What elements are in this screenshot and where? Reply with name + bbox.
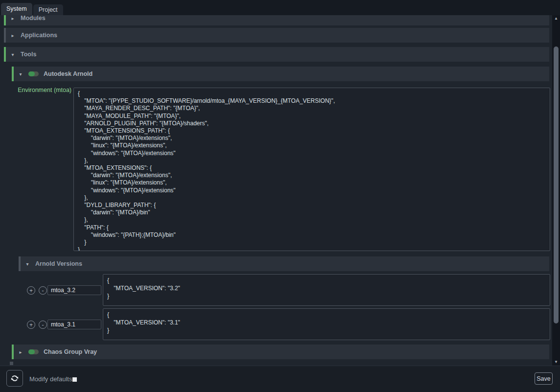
chevron-right-icon: ▸	[10, 16, 16, 21]
version-key-input[interactable]	[47, 320, 101, 329]
tab-system[interactable]: System	[1, 3, 32, 15]
section-title: Chaos Group Vray	[44, 348, 97, 355]
refresh-icon	[10, 374, 19, 383]
chevron-right-icon: ▸	[18, 349, 23, 355]
save-button[interactable]: Save	[535, 372, 553, 385]
version-key-input[interactable]	[47, 285, 101, 295]
environment-label: Environment (mtoa)	[0, 87, 71, 93]
arnold-enabled-toggle[interactable]	[28, 71, 39, 76]
settings-scroll-area: ▸ Modules ▸ Applications ▾ Tools ▾ Autod…	[0, 15, 552, 366]
tab-bar: System Project	[0, 0, 560, 15]
add-version-button[interactable]: +	[27, 286, 35, 295]
section-header-tools[interactable]: ▾ Tools	[4, 47, 549, 62]
section-title: Applications	[21, 32, 57, 39]
remove-version-button[interactable]: -	[39, 321, 47, 329]
chevron-down-icon: ▾	[10, 52, 16, 57]
vertical-scrollbar[interactable]: ▲ ▼	[552, 15, 560, 366]
scrollbar-thumb[interactable]	[554, 46, 559, 323]
vray-enabled-toggle[interactable]	[28, 349, 39, 354]
chevron-down-icon: ▾	[18, 71, 23, 77]
section-title: Autodesk Arnold	[44, 70, 93, 77]
section-title: Modules	[21, 15, 46, 22]
footer-toolbar: Modify defaults Save	[0, 366, 560, 392]
scroll-up-arrow-icon[interactable]: ▲	[552, 15, 560, 22]
add-version-button[interactable]: +	[27, 321, 35, 329]
tab-project[interactable]: Project	[33, 4, 63, 15]
chevron-down-icon: ▾	[24, 261, 30, 267]
section-header-autodesk-arnold[interactable]: ▾ Autodesk Arnold	[12, 67, 549, 81]
section-title: Arnold Versions	[35, 260, 82, 267]
toggle-knob	[28, 349, 35, 354]
section-header-applications[interactable]: ▸ Applications	[4, 28, 549, 43]
next-section-sliver	[10, 362, 13, 365]
modify-defaults-checkbox[interactable]	[72, 377, 77, 382]
version-json-editor[interactable]: { "MTOA_VERSION": "3.1" }	[103, 308, 550, 340]
toggle-knob	[28, 71, 35, 76]
section-title: Tools	[21, 51, 36, 58]
remove-version-button[interactable]: -	[39, 286, 47, 295]
version-json-editor[interactable]: { "MTOA_VERSION": "3.2" }	[103, 274, 550, 306]
environment-json-editor[interactable]: { "MTOA": "{PYPE_STUDIO_SOFTWARE}/arnold…	[73, 88, 550, 251]
scroll-down-arrow-icon[interactable]: ▼	[552, 359, 560, 366]
section-header-modules[interactable]: ▸ Modules	[4, 15, 549, 25]
section-header-arnold-versions[interactable]: ▾ Arnold Versions	[19, 256, 549, 271]
section-header-chaos-group-vray[interactable]: ▸ Chaos Group Vray	[12, 345, 549, 359]
refresh-button[interactable]	[6, 370, 23, 387]
chevron-right-icon: ▸	[10, 33, 16, 38]
modify-defaults-label: Modify defaults	[29, 366, 72, 392]
